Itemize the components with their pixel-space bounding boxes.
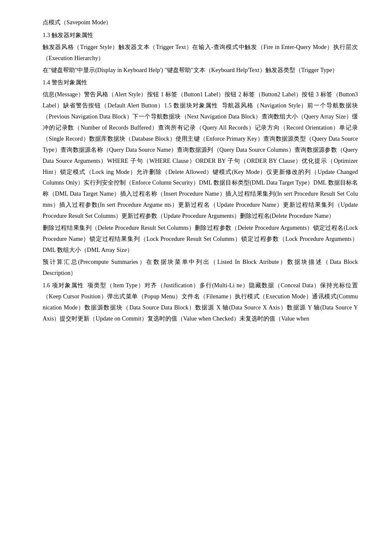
paragraph-precompute: 预计算汇总(Precompute Summaries）在数据块菜单中列出（Lis… xyxy=(43,257,358,279)
paragraph-keyboard-help: 在"键盘帮助"中显示(Display in Keyboard Help') "键… xyxy=(43,65,358,76)
paragraph-alert-attributes: 信息(Message）警告风格（Alert Style）按钮 1 标签（Butt… xyxy=(43,89,358,222)
paragraph-delete-procedure: 删除过程结果集列（Delete Procedure Result Set Col… xyxy=(43,223,358,256)
section-alert-properties: 1.4 警告对象属性 xyxy=(43,77,358,88)
paragraph-trigger-attributes: 触发器风格（Trigger Style）触发器文本（Trigger Text）在… xyxy=(43,42,358,64)
section-trigger-properties: 1.3 触发器对象属性 xyxy=(43,30,358,41)
main-content: 点模式（Savepoint Mode） 1.3 触发器对象属性 触发器风格（Tr… xyxy=(43,17,358,324)
paragraph-savepoint: 点模式（Savepoint Mode） xyxy=(43,17,358,28)
section-item-properties: 1.6 项对象属性 项类型（Item Type）对齐（Justification… xyxy=(43,280,358,324)
